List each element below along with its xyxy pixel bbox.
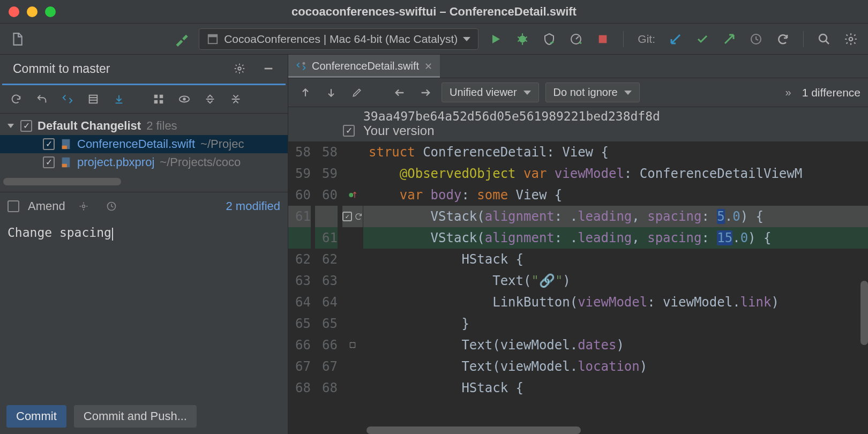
commit-message-input[interactable]: Change spacing <box>0 220 288 400</box>
commit-message-history-icon[interactable] <box>102 197 121 216</box>
commit-panel: Commit to master <box>0 55 288 434</box>
run-icon[interactable] <box>486 29 505 49</box>
horizontal-scrollbar[interactable] <box>3 178 285 185</box>
close-window-icon[interactable] <box>9 6 19 17</box>
collapse-all-icon[interactable] <box>226 89 245 109</box>
svg-rect-10 <box>154 95 158 98</box>
svg-rect-12 <box>154 100 158 103</box>
titlebar: cocoaconferences-swiftui – ConferenceDet… <box>0 0 868 24</box>
commit-hash: 39aa497be64a52d56d05e561989221bed238df8d <box>363 109 660 123</box>
gutter-markers: ✓ <box>342 141 363 434</box>
svg-rect-11 <box>160 95 163 98</box>
text-cursor <box>112 228 113 241</box>
profile-icon[interactable] <box>566 29 586 49</box>
next-diff-icon[interactable] <box>321 83 341 102</box>
editor-pane: ConferenceDetail.swift ✕ Unified viewer … <box>288 55 868 434</box>
vertical-scrollbar[interactable] <box>860 141 868 425</box>
nav-back-icon[interactable] <box>390 83 409 102</box>
build-hammer-icon[interactable] <box>172 29 191 49</box>
code-lines: struct ConferenceDetail: View { @Observe… <box>363 141 868 434</box>
view-options-icon[interactable] <box>175 89 194 109</box>
commit-and-push-button[interactable]: Commit and Push... <box>74 405 197 428</box>
nav-forward-icon[interactable] <box>416 83 435 102</box>
git-revert-icon[interactable] <box>773 29 792 49</box>
edit-icon[interactable] <box>347 83 366 102</box>
commit-button[interactable]: Commit <box>6 405 66 428</box>
chevron-down-icon <box>624 91 632 95</box>
changelist-header-row[interactable]: Default Changelist 2 files <box>0 117 288 135</box>
amend-checkbox[interactable] <box>8 200 19 212</box>
amend-row: Amend 2 modified <box>0 192 288 220</box>
commit-panel-header: Commit to master <box>2 55 286 85</box>
git-commit-icon[interactable] <box>693 29 712 49</box>
coverage-icon[interactable] <box>540 29 559 49</box>
group-by-icon[interactable] <box>149 89 168 109</box>
settings-gear-icon[interactable] <box>841 29 860 49</box>
file-path: ~/Projects/coco <box>160 155 241 169</box>
search-icon[interactable] <box>814 29 834 49</box>
prev-diff-icon[interactable] <box>296 83 315 102</box>
separator <box>803 31 804 47</box>
git-pull-icon[interactable] <box>666 29 685 49</box>
commit-settings-gear-icon[interactable] <box>230 59 249 78</box>
git-label: Git: <box>634 33 659 46</box>
open-file-icon[interactable] <box>8 29 27 49</box>
debug-icon[interactable] <box>513 29 532 49</box>
minimize-panel-icon[interactable] <box>259 59 278 78</box>
main-area: Commit to master <box>0 55 868 434</box>
diff-viewer-mode-select[interactable]: Unified viewer <box>442 83 539 102</box>
commit-panel-title: Commit to master <box>13 62 110 76</box>
file-row[interactable]: ConferenceDetail.swift ~/Projec <box>0 135 288 153</box>
chevron-down-icon <box>463 37 470 41</box>
tab-label: ConferenceDetail.swift <box>312 60 419 72</box>
changelist-file-count: 2 files <box>146 119 177 133</box>
changelist-icon[interactable] <box>84 89 103 109</box>
modified-count[interactable]: 2 modified <box>226 199 280 213</box>
svg-rect-1 <box>208 34 218 37</box>
svg-point-8 <box>238 67 241 70</box>
diff-code-area[interactable]: 5859606162636465666768 58596061626364656… <box>288 141 868 434</box>
file-checkbox[interactable] <box>43 138 55 150</box>
git-push-icon[interactable] <box>720 29 739 49</box>
git-history-icon[interactable] <box>746 29 766 49</box>
editor-tab[interactable]: ConferenceDetail.swift ✕ <box>288 55 440 78</box>
chevron-down-icon <box>8 124 14 128</box>
minimize-window-icon[interactable] <box>27 6 38 17</box>
svg-point-15 <box>183 98 186 101</box>
commit-message-settings-icon[interactable] <box>74 197 93 216</box>
refresh-icon[interactable] <box>6 89 26 109</box>
changelist-checkbox[interactable] <box>20 120 32 132</box>
stop-icon[interactable] <box>593 29 612 49</box>
diff-toolbar: Unified viewer Do not ignore » 1 differe… <box>288 78 868 107</box>
file-name: ConferenceDetail.swift <box>77 137 195 151</box>
close-tab-icon[interactable]: ✕ <box>424 61 432 72</box>
svg-point-7 <box>849 37 853 41</box>
more-icon[interactable]: » <box>781 86 796 99</box>
window-title: cocoaconferences-swiftui – ConferenceDet… <box>9 5 859 19</box>
commit-toolbar <box>0 85 288 114</box>
gutter-right: 5859606162636465666768 <box>315 141 342 434</box>
expand-all-icon[interactable] <box>200 89 220 109</box>
diff-ignore-mode-label: Do not ignore <box>553 86 618 99</box>
your-version-checkbox[interactable] <box>343 125 355 137</box>
run-configuration-selector[interactable]: CocoaConferences | Mac 64-bit (Mac Catal… <box>199 28 478 50</box>
rollback-icon[interactable] <box>32 89 51 109</box>
svg-point-6 <box>819 34 827 42</box>
horizontal-scrollbar[interactable] <box>363 426 857 434</box>
maximize-window-icon[interactable] <box>45 6 56 17</box>
shelve-icon[interactable] <box>109 89 129 109</box>
file-name: project.pbxproj <box>77 155 154 169</box>
diff-ignore-mode-select[interactable]: Do not ignore <box>545 83 640 102</box>
file-row[interactable]: project.pbxproj ~/Projects/coco <box>0 153 288 171</box>
diff-count-label: 1 difference <box>802 86 860 99</box>
chevron-down-icon <box>523 91 531 95</box>
swift-file-icon <box>60 138 72 150</box>
diff-icon[interactable] <box>58 89 77 109</box>
file-path: ~/Projec <box>200 137 244 151</box>
svg-point-20 <box>82 205 85 208</box>
changelist-name: Default Changelist <box>38 119 141 133</box>
your-version-label: Your version <box>363 123 435 138</box>
svg-rect-13 <box>160 100 163 103</box>
svg-point-2 <box>519 35 526 42</box>
file-checkbox[interactable] <box>43 156 55 168</box>
